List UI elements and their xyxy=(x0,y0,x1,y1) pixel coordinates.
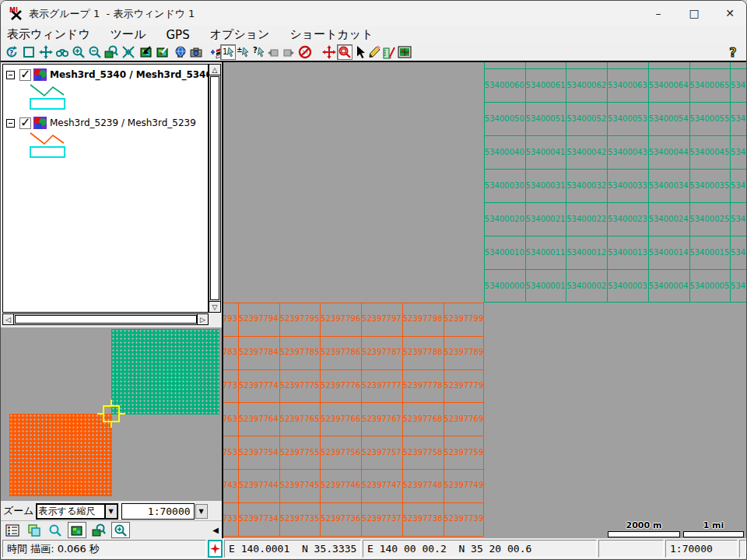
scalebar-imperial xyxy=(683,531,744,537)
show-group-icon[interactable] xyxy=(68,522,86,538)
scroll-up-icon[interactable]: △ xyxy=(209,65,220,75)
previous-view-icon[interactable] xyxy=(139,44,154,60)
mesh-cell-label: 53400005 xyxy=(689,281,730,292)
layer-checkbox[interactable]: ✓ xyxy=(19,117,31,129)
menu-item-3[interactable]: GPS xyxy=(166,28,189,42)
grid-line xyxy=(223,469,484,470)
layer-tree[interactable]: ✓ Mesh3rd_5340 / Mesh3rd_5340 ✓ xyxy=(2,64,209,313)
zoom-in-1x-icon[interactable] xyxy=(111,522,130,538)
mesh-cell-label: 53400012 xyxy=(566,247,607,258)
minimize-button[interactable]: – xyxy=(640,1,676,26)
full-view-icon[interactable] xyxy=(21,44,37,60)
layer-checkbox[interactable]: ✓ xyxy=(19,69,31,81)
map-view[interactable]: 5340006053400061534000625340006353400064… xyxy=(223,62,747,538)
app-icon: MI xyxy=(9,6,23,20)
mesh-cell-label: 52397765 xyxy=(279,414,321,425)
mesh-cell-label: 52397757 xyxy=(361,447,402,458)
locate-icon[interactable] xyxy=(54,44,70,60)
element-previous-icon[interactable] xyxy=(265,44,281,60)
measure-tool-icon[interactable] xyxy=(382,44,398,60)
sketch-tool-icon[interactable] xyxy=(366,44,382,60)
mesh-cell-label: 52397785 xyxy=(279,347,321,358)
zoom-mode-dropdown-icon[interactable]: ▼ xyxy=(104,505,117,518)
mesh-cell-label: 52397777 xyxy=(361,380,402,391)
layer-item-1[interactable]: ✓ Mesh3rd_5340 / Mesh3rd_5340 xyxy=(3,65,208,110)
mesh-cell-label: 53400054 xyxy=(648,114,689,124)
grid-line xyxy=(223,436,484,436)
mesh-cell-label: 52397754 xyxy=(238,447,279,458)
grid-line xyxy=(223,369,484,370)
menu-item-1[interactable]: 表示ウィンドウ xyxy=(7,27,90,42)
mesh-cell-label: 53400061 xyxy=(525,80,566,91)
zoom-extents-icon[interactable] xyxy=(121,44,136,60)
grid-line xyxy=(484,68,747,69)
mesh-cell-label: 52397798 xyxy=(402,313,444,324)
mesh-cell-label: 52397775 xyxy=(279,380,321,391)
overview-view-cursor[interactable] xyxy=(103,405,120,422)
zoom-scale-select[interactable]: 1:70000 xyxy=(121,503,195,520)
layer-style-icon[interactable] xyxy=(155,44,170,60)
snapshot-icon[interactable] xyxy=(188,44,204,60)
scroll-right-icon[interactable]: ▷ xyxy=(197,314,208,324)
magnify-icon[interactable] xyxy=(46,522,65,538)
expand-icon[interactable] xyxy=(6,71,15,79)
collapse-panel-icon[interactable]: ◀ xyxy=(212,526,219,534)
zoom-scale-value: 1:70000 xyxy=(148,506,194,517)
pan-icon[interactable] xyxy=(38,44,54,60)
mesh-cell-label: 53400052 xyxy=(566,114,607,124)
mesh-cell-label: 53400030 xyxy=(484,180,525,191)
expand-icon[interactable] xyxy=(6,119,15,128)
zoom-out-icon[interactable] xyxy=(87,44,103,60)
polygon-symbol xyxy=(30,98,65,110)
scroll-down-icon[interactable]: ▽ xyxy=(209,301,220,312)
layer-tree-hscrollbar[interactable]: ◁ ▷ xyxy=(2,313,209,325)
select-tool-1-icon[interactable]: 1 xyxy=(220,44,236,60)
mesh-cell-label: 53400062 xyxy=(566,80,607,91)
mesh-cell-label: 53400006 xyxy=(730,281,747,292)
scroll-left-icon[interactable]: ◁ xyxy=(3,314,14,324)
internet-icon[interactable] xyxy=(172,44,188,60)
mesh-cell-label: 52397766 xyxy=(320,414,361,425)
zoom-group-icon[interactable] xyxy=(89,522,108,538)
overview-map[interactable] xyxy=(1,327,222,501)
element-next-icon[interactable] xyxy=(281,44,296,60)
georeference-icon[interactable] xyxy=(397,44,412,60)
mesh-cell-label: 52397799 xyxy=(443,313,484,324)
title-bar: MI 表示グループ 1 - 表示ウィンドウ 1 – □ ✕ xyxy=(1,1,747,26)
layer-item-2[interactable]: ✓ Mesh3rd_5239 / Mesh3rd_5239 xyxy=(3,113,208,158)
layer-tree-vscrollbar[interactable]: △ ▽ xyxy=(209,64,221,313)
zoom-layer-icon[interactable] xyxy=(103,44,119,60)
zoom-inout-tool-icon[interactable]: ± xyxy=(235,44,251,60)
legend-icon[interactable] xyxy=(3,522,22,538)
menu-item-5[interactable]: ショートカット xyxy=(289,27,373,42)
mesh-cell-label: 53400055 xyxy=(689,114,730,124)
zoom-scale-dropdown-icon[interactable]: ▼ xyxy=(195,504,208,519)
hscroll-thumb[interactable] xyxy=(15,315,197,324)
mesh-cell-label: 52397733 xyxy=(223,513,238,524)
mesh-cell-label: 53400046 xyxy=(730,147,747,158)
mesh-cell-label: 52397797 xyxy=(361,313,402,324)
mesh-cell-label: 53400056 xyxy=(730,114,747,124)
info-tool-icon[interactable]: ? xyxy=(251,44,266,60)
layer-symbols xyxy=(28,82,75,110)
layer-manager-icon[interactable] xyxy=(25,522,44,538)
redraw-icon[interactable]: ? xyxy=(4,44,19,60)
no-tool-icon[interactable] xyxy=(297,44,313,60)
zoom-box-tool-icon[interactable] xyxy=(337,44,352,60)
menu-item-4[interactable]: オプション xyxy=(210,27,270,42)
help-icon[interactable]: ? xyxy=(726,44,740,60)
zoom-mode-select[interactable]: 表示する縮尺 ▼ xyxy=(36,503,118,520)
zoom-in-icon[interactable] xyxy=(71,44,86,60)
vscroll-thumb[interactable] xyxy=(210,76,219,300)
mesh-cell-label: 53400053 xyxy=(607,114,648,124)
mesh-cell-label: 53400016 xyxy=(730,247,747,258)
pointer-tool-icon[interactable] xyxy=(352,44,368,60)
grid-line xyxy=(484,135,747,136)
mesh-grid-5239: 5239779352397794523977955239779652397797… xyxy=(223,303,484,537)
close-button[interactable]: ✕ xyxy=(712,1,747,26)
maximize-button[interactable]: □ xyxy=(676,1,712,26)
status-spacer-right xyxy=(739,540,746,558)
gps-position-button[interactable] xyxy=(208,540,223,558)
pan-tool-icon[interactable] xyxy=(321,44,337,60)
menu-item-2[interactable]: ツール xyxy=(110,27,146,42)
